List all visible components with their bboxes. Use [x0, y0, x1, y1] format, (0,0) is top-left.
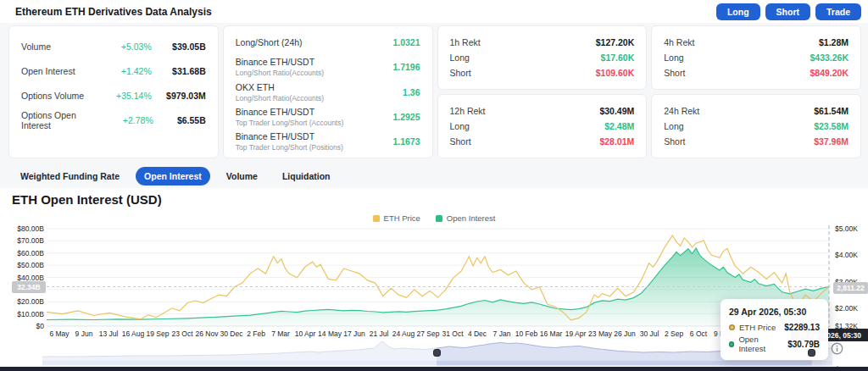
- navigator-handle-left[interactable]: [433, 349, 441, 357]
- app-root: Ethereum ETH Derivatives Data Analysis L…: [0, 0, 868, 371]
- left-axis-tick: $70.00B: [0, 236, 44, 245]
- x-axis-tick: 10 Feb: [515, 329, 537, 338]
- x-axis-tick: 10 Apr: [295, 329, 316, 338]
- left-axis-tick: $0: [0, 322, 44, 330]
- x-axis-tick: 4 Dec: [468, 329, 487, 338]
- right-axis-tick: $5.00K: [835, 224, 858, 233]
- left-axis-tick: $20.00B: [0, 297, 44, 306]
- x-axis-tick: 31 Oct: [442, 329, 463, 338]
- x-axis-tick: 19 Sep: [147, 329, 170, 338]
- x-axis-tick: 6 Oct: [690, 329, 707, 338]
- open-interest-current-badge: 32.34B: [12, 281, 46, 293]
- x-axis-tick: 26 Jun: [614, 329, 636, 338]
- chart-series: [47, 235, 829, 326]
- left-axis-tick: $10.00B: [0, 310, 44, 318]
- x-axis-tick: 19 Apr: [565, 329, 587, 338]
- left-axis-tick: $80.00B: [0, 224, 44, 233]
- navigator-handle-right[interactable]: [808, 349, 815, 357]
- x-axis-tick: 24 Aug: [392, 329, 415, 338]
- tooltip-row: Open Interest$30.79B: [729, 335, 820, 353]
- left-axis-tick: $60.00B: [0, 249, 44, 257]
- x-axis-tick: 26 Nov: [196, 329, 219, 338]
- tooltip-timestamp: 29 Apr 2026, 05:30: [729, 307, 820, 317]
- x-axis-tick: 13 Jul: [99, 329, 119, 338]
- chevron-up-icon[interactable]: [832, 360, 843, 366]
- x-axis-tick: 21 Jul: [370, 329, 389, 338]
- x-axis-tick: 17 Jun: [343, 329, 365, 338]
- x-axis-tick: 23 May: [588, 329, 612, 338]
- x-axis-tick: 9 Jun: [75, 329, 93, 338]
- x-axis-tick: 7 Mar: [271, 329, 290, 338]
- x-axis-tick: 14 May: [318, 329, 342, 338]
- right-axis-tick: $2.00K: [835, 304, 858, 313]
- x-axis-tick: 2 Sep: [665, 329, 683, 338]
- tooltip-rows: ETH Price$2289.13Open Interest$30.79B: [729, 323, 820, 353]
- x-axis-tick: 23 Oct: [171, 329, 192, 338]
- left-axis-tick: $50.00B: [0, 261, 44, 269]
- info-circle-icon[interactable]: [831, 342, 843, 355]
- navigator-mask-left: [42, 341, 437, 366]
- x-axis-tick: 6 May: [49, 329, 69, 338]
- x-axis-tick: 7 Jan: [493, 329, 511, 338]
- x-axis-tick: 30 Jul: [640, 329, 659, 338]
- x-axis-tick: 27 Sep: [417, 329, 440, 338]
- tooltip-series-label: ETH Price: [739, 323, 776, 332]
- x-axis-tick: 2 Feb: [247, 329, 265, 338]
- eth-price-current-badge: 2,811.22: [833, 282, 868, 294]
- tooltip-series-dot-icon: [729, 341, 734, 347]
- tooltip-series-dot-icon: [729, 324, 735, 330]
- x-axis-tick: 30 Dec: [220, 329, 243, 338]
- tooltip-series-label: Open Interest: [738, 335, 783, 353]
- bottom-bar: [0, 367, 868, 371]
- tooltip-series-value: $30.79B: [787, 340, 820, 349]
- tooltip-row: ETH Price$2289.13: [729, 323, 820, 332]
- x-axis-tick: 16 Aug: [122, 329, 144, 338]
- right-axis-tick: $4.00K: [835, 251, 858, 259]
- left-axis-tick: $40.00B: [0, 274, 44, 282]
- x-axis-tick: 16 Mar: [540, 329, 562, 338]
- tooltip-series-value: $2289.13: [784, 323, 820, 332]
